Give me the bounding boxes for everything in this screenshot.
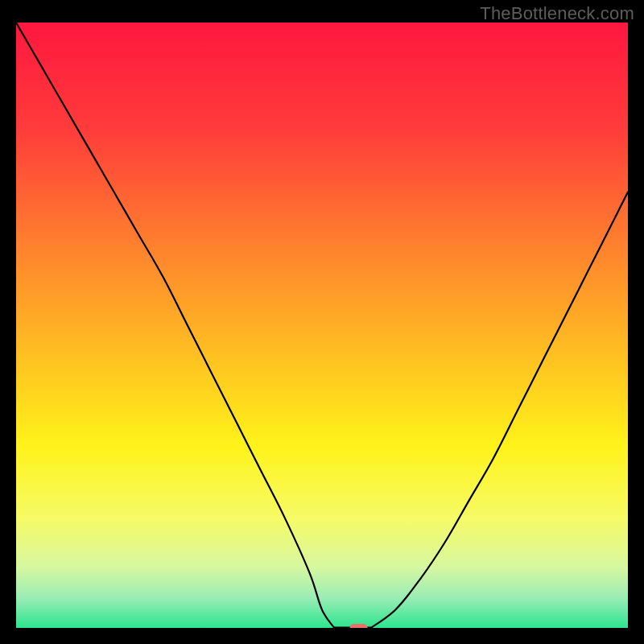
watermark-text: TheBottleneck.com bbox=[480, 3, 634, 24]
plot-area bbox=[16, 23, 628, 628]
curve-left-segment bbox=[16, 23, 334, 628]
optimum-marker bbox=[350, 624, 368, 628]
curve-right-segment bbox=[371, 192, 628, 628]
bottleneck-curve bbox=[16, 23, 628, 628]
chart-frame: TheBottleneck.com bbox=[0, 0, 644, 644]
